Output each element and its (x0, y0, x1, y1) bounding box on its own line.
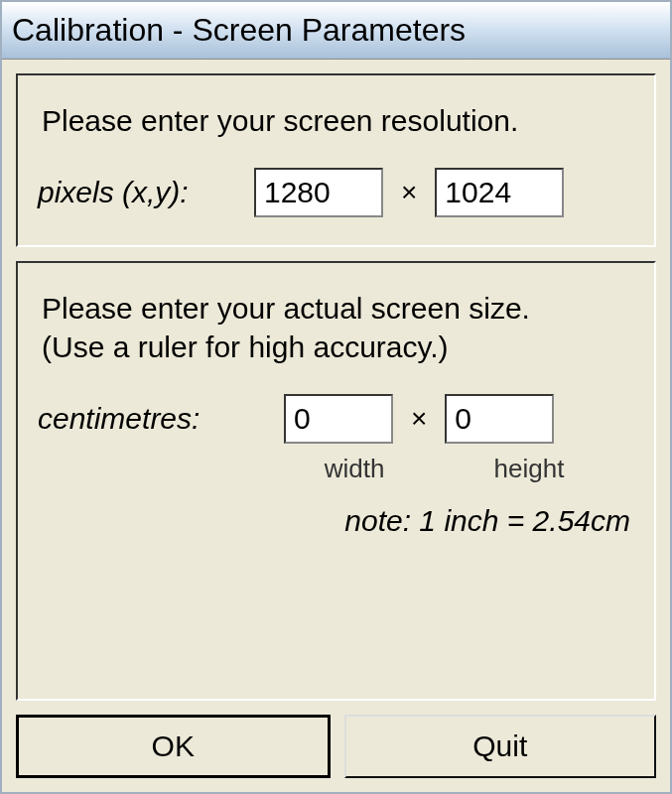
resolution-row: pixels (x,y): × (38, 168, 634, 217)
width-sublabel: width (290, 454, 419, 484)
times-separator-2: × (411, 403, 427, 435)
screensize-group: Please enter your actual screen size. (U… (16, 261, 656, 701)
button-row: OK Quit (16, 715, 656, 778)
screensize-prompt: Please enter your actual screen size. (U… (42, 289, 634, 366)
screensize-row: centimetres: × (38, 394, 634, 444)
screensize-prompt-line2: (Use a ruler for high accuracy.) (42, 331, 449, 363)
ok-button[interactable]: OK (16, 715, 331, 778)
centimetres-label: centimetres: (38, 402, 266, 436)
quit-button[interactable]: Quit (344, 715, 657, 778)
screensize-prompt-line1: Please enter your actual screen size. (42, 292, 530, 325)
dialog-content: Please enter your screen resolution. pix… (2, 60, 670, 792)
ok-button-label: OK (25, 729, 322, 763)
pixels-y-input[interactable] (435, 168, 564, 217)
pixels-label: pixels (x,y): (38, 176, 236, 209)
height-sublabel: height (474, 454, 584, 484)
conversion-note: note: 1 inch = 2.54cm (38, 504, 630, 538)
times-separator: × (401, 177, 417, 208)
calibration-dialog: Calibration - Screen Parameters Please e… (0, 0, 672, 794)
window-titlebar: Calibration - Screen Parameters (2, 2, 670, 60)
resolution-group: Please enter your screen resolution. pix… (16, 73, 656, 247)
width-input[interactable] (284, 394, 393, 444)
pixels-x-input[interactable] (254, 168, 383, 217)
resolution-prompt: Please enter your screen resolution. (42, 101, 634, 140)
window-title: Calibration - Screen Parameters (12, 12, 466, 49)
sublabel-row: width height (38, 454, 634, 484)
height-input[interactable] (445, 394, 554, 444)
